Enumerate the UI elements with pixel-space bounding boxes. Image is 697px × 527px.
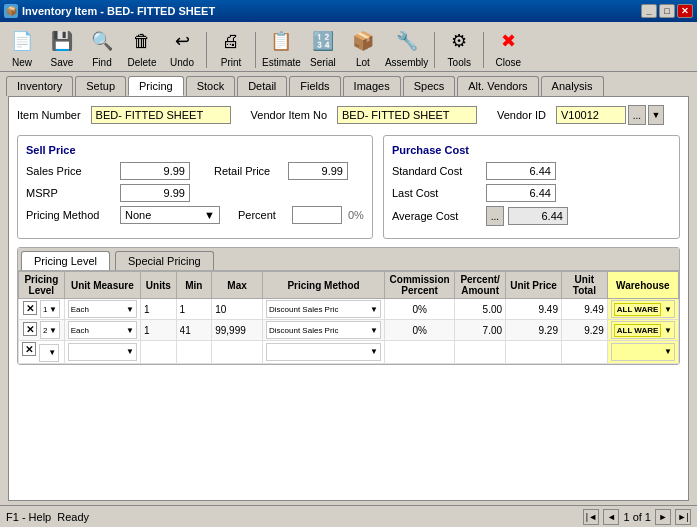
- row1-level-dropdown[interactable]: 1▼: [40, 300, 60, 318]
- row1-units[interactable]: [141, 299, 177, 320]
- new-button[interactable]: 📄 New: [4, 25, 40, 68]
- percent-input[interactable]: [292, 206, 342, 224]
- item-number-input[interactable]: BED- FITTED SHEET: [91, 106, 231, 124]
- help-label: F1 - Help: [6, 511, 51, 523]
- row2-warehouse-dropdown[interactable]: ALL WARE▼: [611, 321, 675, 339]
- nav-first-button[interactable]: |◄: [583, 509, 599, 525]
- row2-max-input[interactable]: [215, 325, 259, 336]
- row2-commission[interactable]: [385, 320, 455, 341]
- row2-pricing-method-dropdown[interactable]: Discount Sales Pric▼: [266, 321, 381, 339]
- assembly-button[interactable]: 🔧 Assembly: [385, 25, 428, 68]
- find-button[interactable]: 🔍 Find: [84, 25, 120, 68]
- tab-specs[interactable]: Specs: [403, 76, 456, 96]
- row2-unit-measure-dropdown[interactable]: Each▼: [68, 321, 137, 339]
- pricing-grid: PricingLevel Unit Measure Units Min Max …: [18, 271, 679, 364]
- msrp-input[interactable]: 9.99: [120, 184, 190, 202]
- row1-max-input[interactable]: [215, 304, 259, 315]
- row2-min-input[interactable]: [180, 325, 209, 336]
- row1-percent-amount-input[interactable]: [458, 304, 502, 315]
- retail-price-input[interactable]: 9.99: [288, 162, 348, 180]
- row2-percent-amount-input[interactable]: [458, 325, 502, 336]
- row2-level-dropdown[interactable]: 2▼: [40, 321, 60, 339]
- pricing-level-tab[interactable]: Pricing Level: [21, 251, 110, 270]
- estimate-button[interactable]: 📋 Estimate: [262, 25, 301, 68]
- row1-units-input[interactable]: [144, 304, 173, 315]
- row1-checkbox[interactable]: ✕: [23, 301, 37, 315]
- close-button[interactable]: ✕: [677, 4, 693, 18]
- tab-analysis[interactable]: Analysis: [541, 76, 604, 96]
- row3-unit-measure-dropdown[interactable]: ▼: [68, 343, 137, 361]
- last-cost-input[interactable]: 6.44: [486, 184, 556, 202]
- vendor-id-input[interactable]: V10012: [556, 106, 626, 124]
- row1-percent-amount[interactable]: [455, 299, 506, 320]
- row3-pricing-method: ▼: [263, 341, 385, 364]
- special-pricing-tab[interactable]: Special Pricing: [115, 251, 214, 270]
- vendor-id-dots-button[interactable]: ...: [628, 105, 646, 125]
- row1-min-input[interactable]: [180, 304, 209, 315]
- row2-commission-input[interactable]: [388, 325, 451, 336]
- pricing-method-row: Pricing Method None ▼ Percent 0%: [26, 206, 364, 224]
- row1-warehouse-dropdown[interactable]: ALL WARE▼: [611, 300, 675, 318]
- row2-warehouse: ALL WARE▼: [607, 320, 678, 341]
- row1-unit-price[interactable]: [506, 299, 562, 320]
- tab-images[interactable]: Images: [343, 76, 401, 96]
- undo-button[interactable]: ↩ Undo: [164, 25, 200, 68]
- row1-unit-total[interactable]: [561, 299, 607, 320]
- sales-price-row: Sales Price 9.99 Retail Price 9.99: [26, 162, 364, 180]
- tab-stock[interactable]: Stock: [186, 76, 236, 96]
- average-cost-dots-button[interactable]: ...: [486, 206, 504, 226]
- row1-unit-measure-dropdown[interactable]: Each▼: [68, 300, 137, 318]
- sales-price-input[interactable]: 9.99: [120, 162, 190, 180]
- sell-price-panel: Sell Price Sales Price 9.99 Retail Price…: [17, 135, 373, 239]
- delete-button[interactable]: 🗑 Delete: [124, 25, 160, 68]
- row2-unit-price[interactable]: [506, 320, 562, 341]
- minimize-button[interactable]: _: [641, 4, 657, 18]
- serial-button[interactable]: 🔢 Serial: [305, 25, 341, 68]
- row1-warehouse: ALL WARE▼: [607, 299, 678, 320]
- row2-max[interactable]: [212, 320, 263, 341]
- row3-checkbox[interactable]: ✕: [22, 342, 36, 356]
- lot-button[interactable]: 📦 Lot: [345, 25, 381, 68]
- row2-min[interactable]: [176, 320, 212, 341]
- print-button[interactable]: 🖨 Print: [213, 25, 249, 68]
- row1-unit-total-input[interactable]: [565, 304, 604, 315]
- nav-next-button[interactable]: ►: [655, 509, 671, 525]
- tab-detail[interactable]: Detail: [237, 76, 287, 96]
- nav-last-button[interactable]: ►|: [675, 509, 691, 525]
- row1-commission[interactable]: [385, 299, 455, 320]
- row1-pricing-method-dropdown[interactable]: Discount Sales Pric▼: [266, 300, 381, 318]
- tab-alt-vendors[interactable]: Alt. Vendors: [457, 76, 538, 96]
- row1-max[interactable]: [212, 299, 263, 320]
- row3-warehouse-dropdown[interactable]: ▼: [611, 343, 675, 361]
- row2-unit-total[interactable]: [561, 320, 607, 341]
- row3-min: [176, 341, 212, 364]
- row3-unit-total: [561, 341, 607, 364]
- row2-units-input[interactable]: [144, 325, 173, 336]
- tab-pricing[interactable]: Pricing: [128, 76, 184, 96]
- row1-commission-input[interactable]: [388, 304, 451, 315]
- close-toolbar-button[interactable]: ✖ Close: [490, 25, 526, 68]
- nav-prev-button[interactable]: ◄: [603, 509, 619, 525]
- pricing-method-label: Pricing Method: [26, 209, 116, 221]
- row1-unit-measure: Each▼: [64, 299, 140, 320]
- row1-min[interactable]: [176, 299, 212, 320]
- row3-pricing-method-dropdown[interactable]: ▼: [266, 343, 381, 361]
- pricing-method-dropdown[interactable]: None ▼: [120, 206, 220, 224]
- tab-fields[interactable]: Fields: [289, 76, 340, 96]
- tab-inventory[interactable]: Inventory: [6, 76, 73, 96]
- standard-cost-input[interactable]: 6.44: [486, 162, 556, 180]
- row2-unit-total-input[interactable]: [565, 325, 604, 336]
- vendor-id-dropdown-button[interactable]: ▼: [648, 105, 664, 125]
- row1-unit-price-input[interactable]: [509, 304, 558, 315]
- row3-level-dropdown[interactable]: ▼: [39, 344, 59, 362]
- row2-percent-amount[interactable]: [455, 320, 506, 341]
- row2-units[interactable]: [141, 320, 177, 341]
- save-button[interactable]: 💾 Save: [44, 25, 80, 68]
- row2-unit-price-input[interactable]: [509, 325, 558, 336]
- maximize-button[interactable]: □: [659, 4, 675, 18]
- tools-button[interactable]: ⚙ Tools: [441, 25, 477, 68]
- vendor-item-no-input[interactable]: BED- FITTED SHEET: [337, 106, 477, 124]
- table-row: ✕ ▼ ▼: [19, 341, 679, 364]
- tab-setup[interactable]: Setup: [75, 76, 126, 96]
- row2-checkbox[interactable]: ✕: [23, 322, 37, 336]
